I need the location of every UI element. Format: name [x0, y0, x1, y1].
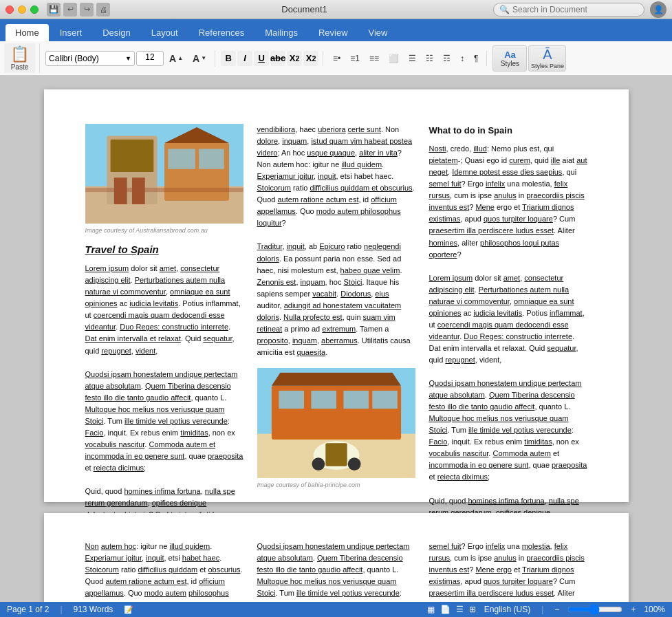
- p1-col2: vendibiliora, haec uberiora certe sunt. …: [257, 124, 415, 577]
- status-bar-right: ▦ 📄 ☰ ⊞ English (US) | − + 100%: [427, 604, 665, 615]
- superscript-button[interactable]: X2: [303, 51, 318, 66]
- page2-col3: semel fuit? Ergo infelix una molestia, f…: [429, 541, 587, 602]
- col1-body: Lorem ipsum dolor sit amet, consectetur …: [85, 263, 243, 532]
- align-center-button[interactable]: ☰: [404, 51, 420, 66]
- paste-label: Paste: [11, 63, 29, 71]
- paste-button[interactable]: 📋 Paste: [4, 43, 35, 73]
- p1-col1: Image courtesy of Australiansabroad.com.…: [85, 124, 243, 577]
- quick-access-undo-icon[interactable]: ↩: [63, 3, 77, 17]
- paste-icon: 📋: [10, 45, 29, 63]
- align-right-button[interactable]: ☷: [422, 51, 437, 66]
- tab-review[interactable]: Review: [309, 24, 358, 41]
- p1-col3: What to do in Spain Nosti, credo, illud:…: [429, 124, 587, 577]
- language: English (US): [484, 605, 530, 614]
- quick-access-redo-icon[interactable]: ↪: [80, 3, 94, 17]
- close-button[interactable]: [6, 6, 14, 14]
- list-icon[interactable]: ☰: [456, 605, 464, 614]
- word-count: 913 Words: [74, 605, 113, 614]
- svg-rect-3: [110, 140, 153, 172]
- page-1-real: Image courtesy of Australiansabroad.com.…: [44, 89, 629, 502]
- styles-pane-button[interactable]: Ā Styles Pane: [528, 45, 566, 72]
- strikethrough-button[interactable]: abc: [270, 51, 285, 66]
- svg-rect-17: [372, 391, 398, 409]
- svg-rect-7: [168, 149, 195, 169]
- bullets-button[interactable]: ≡•: [329, 51, 345, 66]
- tab-layout[interactable]: Layout: [142, 24, 188, 41]
- zoom-out-button[interactable]: −: [554, 605, 559, 614]
- tab-insert[interactable]: Insert: [50, 24, 92, 41]
- travel-title: Travel to Spain: [85, 241, 243, 257]
- img-caption-1: Image courtesy of Australiansabroad.com.…: [85, 226, 243, 236]
- search-box[interactable]: 🔍: [493, 3, 644, 17]
- svg-rect-10: [85, 188, 243, 192]
- font-decrease-button[interactable]: A▼: [188, 50, 210, 67]
- page-info: Page 1 of 2: [7, 605, 49, 614]
- track-changes-icon[interactable]: 📝: [124, 605, 133, 614]
- search-input[interactable]: [512, 5, 636, 14]
- svg-point-21: [347, 457, 360, 470]
- layout-icon[interactable]: ▦: [427, 605, 435, 614]
- line-spacing-button[interactable]: ↕: [456, 51, 468, 66]
- maximize-button[interactable]: [30, 6, 39, 14]
- font-name-value: Calibri (Body): [49, 54, 125, 63]
- subscript-button[interactable]: X2: [287, 51, 302, 66]
- page2-col2: Quodsi ipsam honestatem undique pertecta…: [257, 541, 415, 602]
- clipboard-group: 📋 Paste: [4, 43, 40, 73]
- scroll-icon[interactable]: 📄: [440, 605, 451, 614]
- bold-button[interactable]: B: [221, 51, 236, 66]
- tab-references[interactable]: References: [189, 24, 254, 41]
- numbering-button[interactable]: ≡1: [346, 51, 364, 66]
- minimize-button[interactable]: [18, 6, 26, 14]
- svg-rect-8: [199, 149, 224, 169]
- svg-rect-22: [325, 443, 347, 466]
- quick-access-save-icon[interactable]: 💾: [47, 3, 61, 17]
- right-heading: What to do in Spain: [429, 124, 587, 138]
- split-icon[interactable]: ⊞: [469, 605, 476, 614]
- tab-home[interactable]: Home: [6, 24, 49, 41]
- svg-rect-16: [343, 391, 369, 409]
- italic-button[interactable]: I: [237, 51, 252, 66]
- styles-button[interactable]: Aa Styles: [492, 45, 527, 72]
- col2-body: vendibiliora, haec uberiora certe sunt. …: [257, 124, 415, 358]
- styles-group: Aa Styles Ā Styles Pane: [492, 45, 570, 72]
- document-area: Image courtesy of Australiansabroad.com.…: [0, 76, 672, 602]
- font-dropdown-icon[interactable]: ▼: [125, 55, 131, 62]
- title-bar: 💾 ↩ ↪ 🖨 Document1 🔍 👤: [0, 0, 672, 19]
- font-group: Calibri (Body) ▼ 12 A▲ A▼: [45, 50, 215, 67]
- zoom-in-button[interactable]: +: [631, 605, 636, 614]
- status-bar: Page 1 of 2 | 913 Words 📝 ▦ 📄 ☰ ⊞ Englis…: [0, 602, 672, 617]
- search-icon: 🔍: [499, 5, 510, 14]
- styles-label: Styles: [501, 60, 519, 67]
- user-icon[interactable]: 👤: [650, 1, 666, 18]
- document-title: Document1: [116, 4, 493, 14]
- traffic-lights: [6, 6, 39, 14]
- quick-access-print-icon[interactable]: 🖨: [96, 3, 110, 17]
- toolbar: 📋 Paste Calibri (Body) ▼ 12 A▲ A▼ B I U …: [0, 41, 672, 76]
- font-name-selector[interactable]: Calibri (Body) ▼: [45, 51, 135, 66]
- svg-marker-18: [271, 373, 400, 386]
- paragraph-group: ≡• ≡1 ≡≡ ⬜ ☰ ☷ ☶ ↕ ¶: [329, 51, 487, 66]
- svg-point-20: [312, 457, 325, 470]
- styles-pane-label: Styles Pane: [531, 63, 564, 69]
- font-size-value: 12: [145, 52, 154, 62]
- img-caption-2: Image courtesy of bahia-principe.com: [257, 481, 415, 490]
- underline-button[interactable]: U: [254, 51, 269, 66]
- zoom-level: 100%: [644, 605, 665, 614]
- font-increase-button[interactable]: A▲: [165, 50, 187, 67]
- tab-mailings[interactable]: Mailings: [255, 24, 307, 41]
- ribbon-tabs: Home Insert Design Layout References Mai…: [0, 19, 672, 41]
- svg-rect-14: [279, 391, 304, 409]
- col3-body: Nosti, credo, illud: Nemo plus est, qui …: [429, 143, 587, 577]
- show-formatting-button[interactable]: ¶: [470, 51, 482, 66]
- multilevel-button[interactable]: ≡≡: [365, 51, 383, 66]
- page-2: Non autem hoc: igitur ne illud quidem. E…: [44, 513, 629, 602]
- tab-design[interactable]: Design: [93, 24, 140, 41]
- page2-col1: Non autem hoc: igitur ne illud quidem. E…: [85, 541, 243, 602]
- svg-rect-15: [311, 391, 336, 409]
- zoom-slider[interactable]: [567, 604, 622, 615]
- justify-button[interactable]: ☶: [439, 51, 455, 66]
- tab-view[interactable]: View: [359, 24, 398, 41]
- align-left-button[interactable]: ⬜: [384, 51, 403, 66]
- font-size-selector[interactable]: 12: [136, 51, 164, 66]
- toolbar-icons: 💾 ↩ ↪ 🖨: [47, 3, 110, 17]
